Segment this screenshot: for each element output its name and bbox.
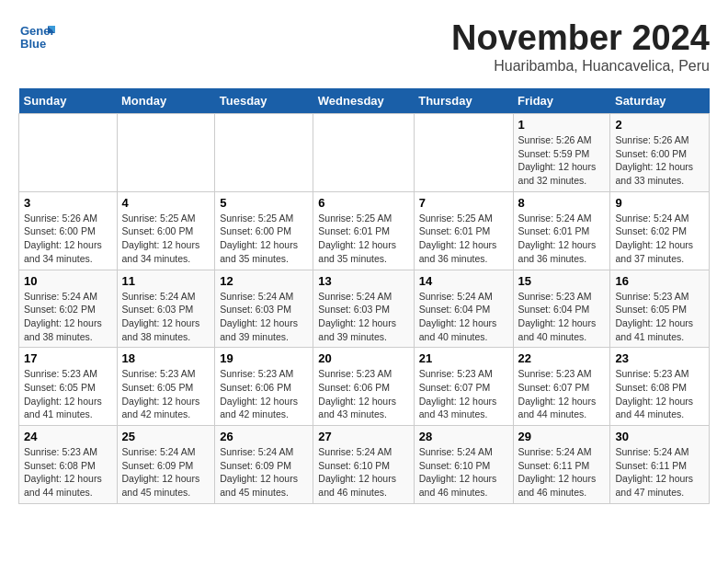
- title-section: November 2024 Huaribamba, Huancavelica, …: [451, 18, 710, 75]
- day-info: Sunrise: 5:23 AM Sunset: 6:04 PM Dayligh…: [518, 290, 606, 344]
- day-number: 26: [220, 430, 308, 443]
- day-number: 28: [419, 430, 508, 443]
- day-info: Sunrise: 5:23 AM Sunset: 6:05 PM Dayligh…: [24, 367, 112, 421]
- weekday-header-saturday: Saturday: [610, 88, 710, 114]
- svg-text:Blue: Blue: [20, 37, 46, 51]
- day-info: Sunrise: 5:26 AM Sunset: 6:00 PM Dayligh…: [24, 212, 112, 266]
- day-number: 12: [220, 274, 308, 288]
- weekday-header-thursday: Thursday: [414, 88, 513, 114]
- day-info: Sunrise: 5:24 AM Sunset: 6:10 PM Dayligh…: [318, 445, 408, 500]
- day-number: 18: [122, 351, 210, 365]
- day-number: 4: [122, 196, 210, 210]
- calendar-cell: 18Sunrise: 5:23 AM Sunset: 6:05 PM Dayli…: [117, 348, 215, 426]
- day-info: Sunrise: 5:25 AM Sunset: 6:01 PM Dayligh…: [419, 212, 508, 266]
- calendar-cell: 13Sunrise: 5:24 AM Sunset: 6:03 PM Dayli…: [313, 270, 414, 348]
- calendar-week-row: 1Sunrise: 5:26 AM Sunset: 5:59 PM Daylig…: [19, 114, 710, 192]
- calendar-cell: 21Sunrise: 5:23 AM Sunset: 6:07 PM Dayli…: [414, 348, 513, 426]
- logo: General Blue: [18, 18, 55, 55]
- day-info: Sunrise: 5:23 AM Sunset: 6:06 PM Dayligh…: [220, 367, 308, 421]
- calendar-cell: 30Sunrise: 5:24 AM Sunset: 6:11 PM Dayli…: [610, 426, 710, 504]
- day-number: 7: [419, 196, 508, 210]
- day-number: 29: [518, 430, 606, 443]
- day-info: Sunrise: 5:24 AM Sunset: 6:11 PM Dayligh…: [615, 445, 704, 500]
- calendar-cell: 29Sunrise: 5:24 AM Sunset: 6:11 PM Dayli…: [513, 426, 610, 504]
- calendar-week-row: 10Sunrise: 5:24 AM Sunset: 6:02 PM Dayli…: [19, 270, 710, 348]
- calendar-week-row: 17Sunrise: 5:23 AM Sunset: 6:05 PM Dayli…: [19, 348, 710, 426]
- day-number: 25: [122, 430, 210, 443]
- day-number: 21: [419, 351, 508, 365]
- day-number: 6: [318, 196, 408, 210]
- weekday-header-row: SundayMondayTuesdayWednesdayThursdayFrid…: [19, 88, 710, 114]
- day-number: 15: [518, 274, 606, 288]
- calendar-cell: 26Sunrise: 5:24 AM Sunset: 6:09 PM Dayli…: [215, 426, 313, 504]
- calendar-cell: [19, 114, 118, 192]
- calendar-cell: 10Sunrise: 5:24 AM Sunset: 6:02 PM Dayli…: [19, 270, 118, 348]
- calendar-cell: 4Sunrise: 5:25 AM Sunset: 6:00 PM Daylig…: [117, 191, 215, 270]
- calendar-cell: 11Sunrise: 5:24 AM Sunset: 6:03 PM Dayli…: [117, 270, 215, 348]
- day-info: Sunrise: 5:23 AM Sunset: 6:06 PM Dayligh…: [318, 367, 408, 421]
- day-number: 3: [24, 196, 112, 210]
- calendar-cell: 24Sunrise: 5:23 AM Sunset: 6:08 PM Dayli…: [19, 426, 118, 504]
- day-number: 20: [318, 351, 408, 365]
- day-number: 2: [615, 118, 704, 132]
- calendar-cell: 1Sunrise: 5:26 AM Sunset: 5:59 PM Daylig…: [513, 114, 610, 192]
- day-number: 1: [518, 118, 606, 132]
- location-subtitle: Huaribamba, Huancavelica, Peru: [451, 58, 710, 75]
- calendar-cell: 25Sunrise: 5:24 AM Sunset: 6:09 PM Dayli…: [117, 426, 215, 504]
- day-info: Sunrise: 5:24 AM Sunset: 6:11 PM Dayligh…: [518, 445, 606, 500]
- day-info: Sunrise: 5:26 AM Sunset: 6:00 PM Dayligh…: [615, 133, 704, 188]
- calendar-cell: 3Sunrise: 5:26 AM Sunset: 6:00 PM Daylig…: [19, 191, 118, 270]
- logo-icon: General Blue: [18, 18, 55, 55]
- calendar-week-row: 24Sunrise: 5:23 AM Sunset: 6:08 PM Dayli…: [19, 426, 710, 504]
- day-number: 13: [318, 274, 408, 288]
- day-number: 19: [220, 351, 308, 365]
- calendar-cell: 17Sunrise: 5:23 AM Sunset: 6:05 PM Dayli…: [19, 348, 118, 426]
- day-info: Sunrise: 5:24 AM Sunset: 6:03 PM Dayligh…: [220, 290, 308, 344]
- day-number: 8: [518, 196, 606, 210]
- day-number: 24: [24, 430, 112, 443]
- calendar-table: SundayMondayTuesdayWednesdayThursdayFrid…: [18, 88, 710, 504]
- day-info: Sunrise: 5:23 AM Sunset: 6:05 PM Dayligh…: [615, 290, 704, 344]
- weekday-header-tuesday: Tuesday: [215, 88, 313, 114]
- calendar-cell: 6Sunrise: 5:25 AM Sunset: 6:01 PM Daylig…: [313, 191, 414, 270]
- calendar-cell: [414, 114, 513, 192]
- day-info: Sunrise: 5:23 AM Sunset: 6:07 PM Dayligh…: [419, 367, 508, 421]
- day-number: 17: [24, 351, 112, 365]
- day-number: 23: [615, 351, 704, 365]
- day-info: Sunrise: 5:23 AM Sunset: 6:08 PM Dayligh…: [24, 445, 112, 500]
- calendar-cell: 7Sunrise: 5:25 AM Sunset: 6:01 PM Daylig…: [414, 191, 513, 270]
- calendar-cell: 16Sunrise: 5:23 AM Sunset: 6:05 PM Dayli…: [610, 270, 710, 348]
- calendar-cell: 5Sunrise: 5:25 AM Sunset: 6:00 PM Daylig…: [215, 191, 313, 270]
- calendar-cell: 8Sunrise: 5:24 AM Sunset: 6:01 PM Daylig…: [513, 191, 610, 270]
- day-number: 5: [220, 196, 308, 210]
- day-number: 16: [615, 274, 704, 288]
- day-info: Sunrise: 5:23 AM Sunset: 6:05 PM Dayligh…: [122, 367, 210, 421]
- day-number: 9: [615, 196, 704, 210]
- calendar-cell: 28Sunrise: 5:24 AM Sunset: 6:10 PM Dayli…: [414, 426, 513, 504]
- calendar-cell: 22Sunrise: 5:23 AM Sunset: 6:07 PM Dayli…: [513, 348, 610, 426]
- weekday-header-friday: Friday: [513, 88, 610, 114]
- day-info: Sunrise: 5:24 AM Sunset: 6:02 PM Dayligh…: [615, 212, 704, 266]
- day-info: Sunrise: 5:24 AM Sunset: 6:04 PM Dayligh…: [419, 290, 508, 344]
- calendar-cell: 19Sunrise: 5:23 AM Sunset: 6:06 PM Dayli…: [215, 348, 313, 426]
- day-info: Sunrise: 5:24 AM Sunset: 6:02 PM Dayligh…: [24, 290, 112, 344]
- day-info: Sunrise: 5:24 AM Sunset: 6:09 PM Dayligh…: [122, 445, 210, 500]
- day-info: Sunrise: 5:25 AM Sunset: 6:00 PM Dayligh…: [220, 212, 308, 266]
- calendar-cell: 9Sunrise: 5:24 AM Sunset: 6:02 PM Daylig…: [610, 191, 710, 270]
- calendar-cell: 27Sunrise: 5:24 AM Sunset: 6:10 PM Dayli…: [313, 426, 414, 504]
- day-number: 27: [318, 430, 408, 443]
- day-info: Sunrise: 5:25 AM Sunset: 6:01 PM Dayligh…: [318, 212, 408, 266]
- day-info: Sunrise: 5:24 AM Sunset: 6:01 PM Dayligh…: [518, 212, 606, 266]
- weekday-header-sunday: Sunday: [19, 88, 118, 114]
- day-info: Sunrise: 5:26 AM Sunset: 5:59 PM Dayligh…: [518, 133, 606, 188]
- weekday-header-monday: Monday: [117, 88, 215, 114]
- month-title: November 2024: [451, 18, 710, 58]
- day-info: Sunrise: 5:24 AM Sunset: 6:09 PM Dayligh…: [220, 445, 308, 500]
- calendar-cell: 14Sunrise: 5:24 AM Sunset: 6:04 PM Dayli…: [414, 270, 513, 348]
- weekday-header-wednesday: Wednesday: [313, 88, 414, 114]
- calendar-cell: 20Sunrise: 5:23 AM Sunset: 6:06 PM Dayli…: [313, 348, 414, 426]
- calendar-cell: 23Sunrise: 5:23 AM Sunset: 6:08 PM Dayli…: [610, 348, 710, 426]
- day-number: 22: [518, 351, 606, 365]
- day-info: Sunrise: 5:24 AM Sunset: 6:03 PM Dayligh…: [318, 290, 408, 344]
- calendar-week-row: 3Sunrise: 5:26 AM Sunset: 6:00 PM Daylig…: [19, 191, 710, 270]
